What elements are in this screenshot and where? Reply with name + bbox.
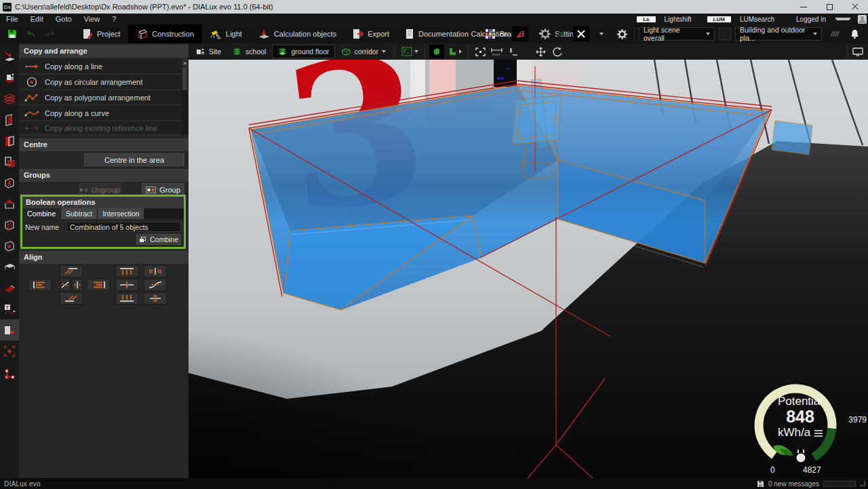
window-tool-icon[interactable]: [0, 130, 19, 151]
menu-edit[interactable]: Edit: [24, 15, 50, 23]
menu-goto[interactable]: Goto: [50, 15, 78, 23]
object-tool-icon[interactable]: [0, 235, 19, 256]
tab-light[interactable]: Light: [202, 24, 250, 43]
calculation-dropdown[interactable]: [532, 26, 549, 41]
surface-tool-icon[interactable]: [0, 277, 19, 298]
tab-project[interactable]: Project: [75, 24, 128, 43]
breadcrumb-building[interactable]: school: [227, 45, 271, 58]
column-tool-icon[interactable]: [0, 172, 19, 193]
copy-curve-item[interactable]: Copy along a curve: [19, 106, 189, 121]
align-bottom-diagonal-button[interactable]: [60, 292, 83, 305]
breadcrumb-room[interactable]: corridor: [336, 45, 391, 58]
false-colors-button[interactable]: [826, 26, 842, 41]
section-centre-header: Centre: [19, 138, 189, 151]
orbit-button[interactable]: [549, 45, 564, 58]
tab-calculation-objects[interactable]: Calculation objects: [250, 24, 344, 43]
floor-plan-view-button[interactable]: [399, 45, 420, 58]
undo-button[interactable]: [23, 26, 39, 41]
redo-button[interactable]: [42, 26, 58, 41]
gauge-title: Potential: [732, 395, 868, 408]
room-tool-icon[interactable]: [0, 151, 19, 172]
list-scrollbar[interactable]: [182, 59, 188, 135]
energy-gauge[interactable]: Potential 848 kWh/a 3979 0 4827: [732, 377, 868, 478]
selection-tool-icon[interactable]: [0, 340, 19, 361]
calculation-settings-button[interactable]: [614, 26, 630, 41]
tab-documentation[interactable]: Documentation: [397, 24, 477, 43]
close-button[interactable]: [842, 0, 868, 14]
align-right-button[interactable]: [87, 279, 110, 291]
tab-export[interactable]: Export: [344, 24, 397, 43]
messages-status[interactable]: 0 new messages: [768, 480, 819, 488]
distribute-vertical-button[interactable]: [144, 292, 167, 305]
scroll-thumb[interactable]: [182, 67, 187, 90]
boolean-tab-intersection[interactable]: Intersection: [98, 208, 144, 219]
align-centre-button[interactable]: [72, 279, 83, 291]
roof-tool-icon[interactable]: [0, 193, 19, 214]
cancel-calculation-button[interactable]: [573, 26, 589, 41]
align-centre-diagonal-button[interactable]: [60, 279, 71, 291]
cancel-dropdown[interactable]: [593, 26, 610, 41]
distribute-horizontal-button[interactable]: [144, 265, 167, 277]
scroll-up-icon[interactable]: [182, 59, 188, 66]
logged-in-menu[interactable]: Logged in: [787, 16, 854, 23]
orbit-rotate-icon: [552, 47, 562, 57]
zoom-fit-button[interactable]: [473, 45, 488, 58]
solid-view-button[interactable]: [429, 45, 444, 58]
centre-in-area-button[interactable]: Centre in the area: [84, 153, 184, 166]
dimension-button[interactable]: [506, 45, 521, 58]
display-options-button[interactable]: [850, 45, 865, 58]
notifications-button[interactable]: [846, 26, 863, 41]
resize-grip[interactable]: [860, 481, 865, 486]
gauge-value: 848: [732, 407, 868, 427]
boolean-tab-combine[interactable]: Combine: [22, 208, 60, 219]
breadcrumb-site[interactable]: Site: [191, 45, 226, 58]
ceiling-object-tool-icon[interactable]: [0, 256, 19, 277]
lumsearch-button[interactable]: LUM LUMsearch: [705, 16, 783, 23]
copy-polygonal-item[interactable]: Copy as polygonal arrangement: [19, 90, 189, 105]
align-top-diagonal-button[interactable]: [60, 265, 83, 277]
combine-button[interactable]: Combine: [136, 234, 181, 245]
site-buildings-tool-icon[interactable]: [0, 67, 19, 88]
gauge-menu-icon[interactable]: [814, 429, 823, 438]
terrain-tool-icon[interactable]: [0, 46, 19, 67]
copy-along-line-item[interactable]: Copy along a line: [19, 59, 189, 74]
copy-arrange-tool-icon[interactable]: [0, 319, 19, 340]
pan-button[interactable]: [533, 45, 548, 58]
minimize-button[interactable]: [791, 0, 816, 14]
user-avatar[interactable]: [858, 15, 867, 24]
tab-construction[interactable]: Construction: [128, 24, 202, 43]
new-name-input[interactable]: [66, 222, 181, 232]
storey-tool-icon[interactable]: [0, 88, 19, 109]
menu-view[interactable]: View: [78, 15, 106, 23]
light-scene-select[interactable]: Light scene overall: [639, 27, 715, 41]
distribute-curve-button[interactable]: [144, 279, 167, 291]
energy-leaf-button[interactable]: [553, 26, 569, 41]
start-calculation-button[interactable]: [512, 26, 528, 41]
centre-vertical-button[interactable]: [115, 279, 138, 291]
text-label-tool-icon[interactable]: T: [0, 298, 19, 319]
view-mode-select[interactable]: Building and outdoor pla...: [735, 27, 822, 41]
button-label: Combine: [150, 235, 178, 243]
breadcrumb-storey[interactable]: ground floor: [272, 45, 334, 58]
align-bottom-button[interactable]: [115, 292, 138, 305]
align-left-button[interactable]: [28, 279, 52, 291]
curve-copy-icon: [24, 109, 39, 117]
maximize-button[interactable]: [816, 0, 842, 14]
boolean-tab-subtract[interactable]: Subtract: [61, 208, 97, 219]
light-scene-edit-button[interactable]: [719, 28, 731, 40]
lightshift-button[interactable]: Ls Lightshift: [634, 16, 700, 23]
chevron-down-icon: [706, 33, 710, 35]
copy-circular-item[interactable]: Copy as circular arrangement: [19, 75, 189, 90]
wall-tool-icon[interactable]: [0, 109, 19, 130]
button-label: Ungroup: [92, 186, 120, 194]
cutout-tool-icon[interactable]: [0, 214, 19, 235]
object-tree-tool-icon[interactable]: [0, 364, 19, 385]
save-button[interactable]: [4, 26, 20, 41]
align-top-button[interactable]: [115, 265, 138, 277]
item-label: Copy as circular arrangement: [45, 78, 142, 86]
messages-save-icon: [757, 480, 764, 488]
measure-button[interactable]: [489, 45, 505, 58]
menu-help[interactable]: ?: [106, 15, 122, 23]
wireframe-view-button[interactable]: [446, 45, 464, 58]
menu-file[interactable]: File: [0, 15, 24, 23]
